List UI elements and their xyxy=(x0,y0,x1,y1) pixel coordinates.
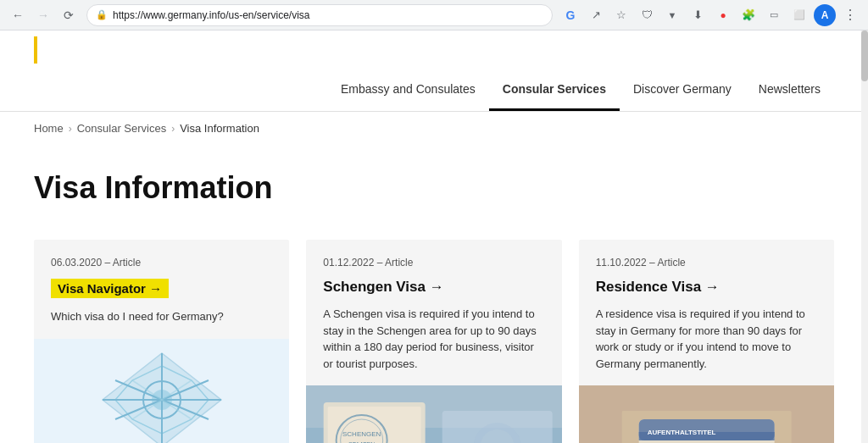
cast-icon[interactable]: ▭ xyxy=(763,4,785,26)
cards-grid: 06.03.2020 – Article Visa Navigator → Wh… xyxy=(34,240,834,443)
breadcrumb-home[interactable]: Home xyxy=(34,122,64,135)
logo-area xyxy=(34,30,834,69)
card-visa-navigator-title[interactable]: Visa Navigator → xyxy=(51,279,272,298)
compass-illustration: .compass-line { stroke: #7ab8d4; stroke-… xyxy=(86,345,238,443)
url-text: https://www.germany.info/us-en/service/v… xyxy=(113,9,310,21)
breadcrumb-sep-2: › xyxy=(171,123,175,135)
browser-chrome: ← → ⟳ 🔒 https://www.germany.info/us-en/s… xyxy=(0,0,868,30)
card-schengen-image: SCHENGEN STAATEN 28-10-1 xyxy=(306,385,561,443)
breadcrumb-current: Visa Information xyxy=(180,122,259,135)
site-header: Embassy and Consulates Consular Services… xyxy=(0,30,868,112)
address-bar[interactable]: 🔒 https://www.germany.info/us-en/service… xyxy=(86,4,553,26)
card-schengen-desc: A Schengen visa is required if you inten… xyxy=(323,306,544,372)
card-residence-date: 11.10.2022 – Article xyxy=(596,257,817,269)
nav-embassy[interactable]: Embassy and Consulates xyxy=(327,69,489,111)
card-residence-content: 11.10.2022 – Article Residence Visa → A … xyxy=(579,240,834,385)
window-icon[interactable]: ⬜ xyxy=(788,4,810,26)
vpn-icon[interactable]: ▼ xyxy=(661,4,683,26)
residence-photo-placeholder: AUFENTHALTSTITEL xyxy=(579,385,834,443)
schengen-photo-placeholder: SCHENGEN STAATEN 28-10-1 xyxy=(306,385,561,443)
main-nav: Embassy and Consulates Consular Services… xyxy=(34,69,834,111)
card-visa-navigator-content: 06.03.2020 – Article Visa Navigator → Wh… xyxy=(34,240,289,339)
card-residence-image: AUFENTHALTSTITEL xyxy=(579,385,834,443)
back-button[interactable]: ← xyxy=(7,4,29,26)
scrollbar[interactable] xyxy=(861,30,868,443)
svg-text:SCHENGEN: SCHENGEN xyxy=(342,430,381,438)
google-icon[interactable]: G xyxy=(559,4,581,26)
logo-bar xyxy=(34,36,37,64)
extension-icon[interactable]: ● xyxy=(712,4,734,26)
profile-button[interactable]: A xyxy=(814,4,836,26)
menu-button[interactable]: ⋮ xyxy=(839,4,861,26)
forward-button[interactable]: → xyxy=(32,4,54,26)
card-schengen-content: 01.12.2022 – Article Schengen Visa → A S… xyxy=(306,240,561,385)
card-schengen-title-text: Schengen Visa → xyxy=(323,279,443,296)
shield-icon[interactable]: 🛡 xyxy=(636,4,658,26)
svg-text:AUFENTHALTSTITEL: AUFENTHALTSTITEL xyxy=(647,429,715,436)
main-content: Visa Information 06.03.2020 – Article Vi… xyxy=(0,145,868,443)
scrollbar-thumb[interactable] xyxy=(861,30,868,81)
card-residence[interactable]: 11.10.2022 – Article Residence Visa → A … xyxy=(579,240,834,443)
share-icon[interactable]: ↗ xyxy=(585,4,607,26)
breadcrumb-consular[interactable]: Consular Services xyxy=(77,122,167,135)
bookmark-icon[interactable]: ☆ xyxy=(610,4,632,26)
card-schengen-title[interactable]: Schengen Visa → xyxy=(323,279,544,296)
card-residence-desc: A residence visa is required if you inte… xyxy=(596,306,817,372)
card-schengen[interactable]: 01.12.2022 – Article Schengen Visa → A S… xyxy=(306,240,561,443)
nav-discover[interactable]: Discover Germany xyxy=(620,69,745,111)
schengen-visa-graphic: SCHENGEN STAATEN 28-10-1 xyxy=(306,385,561,443)
reload-button[interactable]: ⟳ xyxy=(58,4,80,26)
download-icon[interactable]: ⬇ xyxy=(687,4,709,26)
nav-consular[interactable]: Consular Services xyxy=(489,69,620,111)
browser-actions: G ↗ ☆ 🛡 ▼ ⬇ ● 🧩 ▭ ⬜ A ⋮ xyxy=(559,4,861,26)
breadcrumb: Home › Consular Services › Visa Informat… xyxy=(0,112,868,145)
visa-navigator-highlight: Visa Navigator → xyxy=(51,279,169,298)
breadcrumb-sep-1: › xyxy=(69,123,72,135)
card-residence-title[interactable]: Residence Visa → xyxy=(596,279,817,296)
browser-nav-buttons: ← → ⟳ xyxy=(7,4,80,26)
card-visa-navigator-desc: Which visa do I need for Germany? xyxy=(51,308,272,325)
page-title: Visa Information xyxy=(34,170,834,206)
card-schengen-date: 01.12.2022 – Article xyxy=(323,257,544,269)
card-residence-title-text: Residence Visa → xyxy=(596,279,720,296)
residence-visa-graphic: AUFENTHALTSTITEL xyxy=(579,385,834,443)
nav-newsletters[interactable]: Newsletters xyxy=(745,69,834,111)
lock-icon: 🔒 xyxy=(96,9,108,20)
card-visa-navigator[interactable]: 06.03.2020 – Article Visa Navigator → Wh… xyxy=(34,240,289,443)
visa-navigator-illustration: .compass-line { stroke: #7ab8d4; stroke-… xyxy=(34,339,289,444)
puzzle-icon[interactable]: 🧩 xyxy=(737,4,760,26)
card-visa-navigator-date: 06.03.2020 – Article xyxy=(51,257,272,269)
